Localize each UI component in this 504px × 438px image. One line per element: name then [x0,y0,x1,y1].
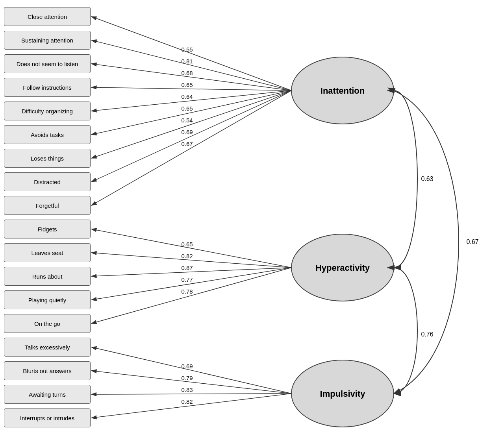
loading-value-playing_quietly: 0.77 [181,276,193,283]
indicator-box-awaiting_turns: Awaiting turns [4,385,91,404]
indicator-box-interrupts: Interrupts or intrudes [4,408,91,427]
correlation-arc-hyperactivity-impulsivity [394,268,417,394]
loading-line-fidgets [91,229,291,268]
correlation-label-inattention-hyperactivity: 0.63 [421,176,433,182]
factor-label-impulsivity: Impulsivity [320,389,366,399]
indicator-box-follow_instructions: Follow instructions [4,78,91,97]
indicator-box-blurts_answers: Blurts out answers [4,361,91,380]
loading-value-on_the_go: 0.78 [181,288,193,295]
diagram: InattentionHyperactivityImpulsivity0.550… [0,0,504,438]
loading-value-runs_about: 0.87 [181,264,193,271]
indicator-box-does_not_listen: Does not seem to listen [4,54,91,73]
loading-value-follow_instructions: 0.65 [181,81,193,88]
loading-value-loses_things: 0.54 [181,117,193,124]
factor-label-hyperactivity: Hyperactivity [315,263,370,273]
loading-value-fidgets: 0.65 [181,241,193,248]
loading-value-difficulty_organizing: 0.64 [181,93,193,100]
indicator-box-loses_things: Loses things [4,149,91,168]
loading-line-awaiting_turns [91,394,291,394]
indicator-box-forgetful: Forgetful [4,196,91,215]
loading-value-blurts_answers: 0.79 [181,375,193,381]
loading-value-does_not_listen: 0.68 [181,70,193,76]
indicator-box-difficulty_organizing: Difficulty organizing [4,102,91,120]
loading-line-interrupts [91,394,291,418]
correlation-arc-inattention-impulsivity [394,91,459,394]
loading-line-close_attention [91,17,291,91]
correlation-label-inattention-impulsivity: 0.67 [466,238,478,245]
loading-value-sustaining_attention: 0.81 [181,58,193,65]
loading-value-distracted: 0.69 [181,129,193,135]
indicator-box-runs_about: Runs about [4,267,91,286]
loading-line-playing_quietly [91,268,291,300]
loading-value-interrupts: 0.82 [181,398,193,405]
loading-line-distracted [91,91,291,182]
indicator-box-fidgets: Fidgets [4,220,91,238]
loading-value-avoids_tasks: 0.65 [181,105,193,112]
indicator-box-avoids_tasks: Avoids tasks [4,125,91,144]
indicator-box-on_the_go: On the go [4,314,91,333]
correlation-label-hyperactivity-impulsivity: 0.76 [421,331,433,338]
correlation-arc-inattention-hyperactivity [394,91,417,268]
indicator-box-playing_quietly: Playing quietly [4,290,91,309]
indicator-box-leaves_seat: Leaves seat [4,243,91,262]
indicator-box-sustaining_attention: Sustaining attention [4,31,91,50]
loading-value-leaves_seat: 0.82 [181,253,193,259]
indicator-box-talks_excessively: Talks excessively [4,338,91,357]
loading-value-awaiting_turns: 0.83 [181,386,193,393]
indicator-box-distracted: Distracted [4,172,91,191]
loading-value-close_attention: 0.55 [181,46,193,53]
factor-label-inattention: Inattention [321,86,365,96]
loading-value-talks_excessively: 0.69 [181,363,193,370]
indicator-box-close_attention: Close attention [4,7,91,26]
loading-value-forgetful: 0.67 [181,140,193,147]
